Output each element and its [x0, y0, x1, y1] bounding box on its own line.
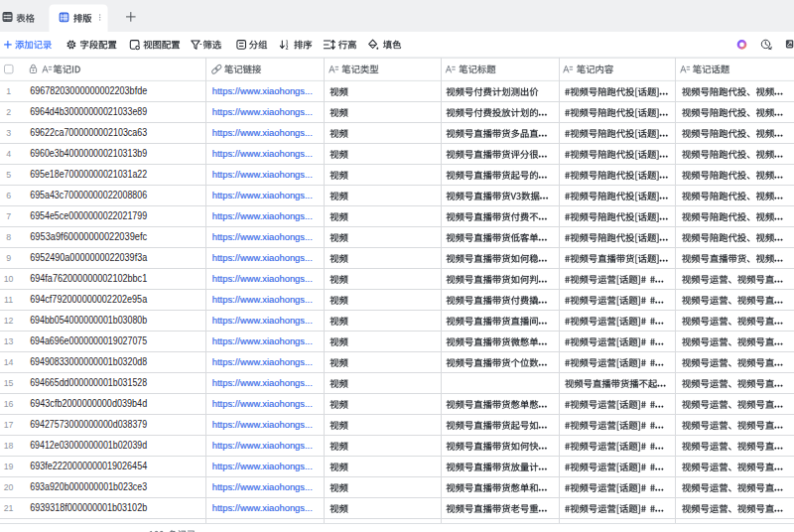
svg-text:695a43c70000000022008806: 695a43c70000000022008806 [30, 190, 147, 200]
svg-text:18: 18 [4, 441, 14, 451]
svg-text:https://www.xiaohongs...: https://www.xiaohongs... [212, 211, 313, 221]
svg-text:10: 10 [4, 274, 14, 284]
svg-text:https://www.xiaohongs...: https://www.xiaohongs... [212, 86, 313, 96]
svg-text:12: 12 [4, 316, 14, 326]
svg-text:8: 8 [6, 232, 11, 242]
svg-text:6964d4b30000000021033e89: 6964d4b30000000021033e89 [30, 106, 147, 117]
svg-text:6960e3b400000000210313b9: 6960e3b400000000210313b9 [30, 148, 147, 159]
svg-text:https://www.xiaohongs...: https://www.xiaohongs... [212, 420, 313, 430]
svg-text:11: 11 [4, 295, 13, 305]
svg-text:1: 1 [6, 86, 11, 96]
svg-text:15: 15 [4, 378, 14, 388]
svg-text:4: 4 [6, 149, 11, 159]
svg-text:19: 19 [4, 462, 14, 471]
svg-text:694bb054000000001b03080b: 694bb054000000001b03080b [30, 315, 147, 326]
svg-text:694665dd000000001b031528: 694665dd000000001b031528 [30, 377, 147, 388]
svg-text:https://www.xiaohongs...: https://www.xiaohongs... [212, 232, 313, 242]
svg-text:13: 13 [4, 336, 14, 346]
svg-text:https://www.xiaohongs...: https://www.xiaohongs... [212, 357, 313, 367]
svg-text:https://www.xiaohongs...: https://www.xiaohongs... [212, 191, 313, 200]
svg-text:https://www.xiaohongs...: https://www.xiaohongs... [212, 399, 313, 409]
svg-text:6939318f000000001b03102b: 6939318f000000001b03102b [30, 502, 147, 513]
svg-text:69427573000000000d038379: 69427573000000000d038379 [30, 419, 147, 430]
svg-text:6: 6 [6, 191, 11, 200]
svg-text:694a696e0000000019027075: 694a696e0000000019027075 [30, 335, 147, 346]
svg-text:https://www.xiaohongs...: https://www.xiaohongs... [212, 316, 313, 326]
svg-text:5: 5 [6, 170, 11, 180]
svg-text:https://www.xiaohongs...: https://www.xiaohongs... [212, 274, 313, 284]
svg-text:693fe2220000000019026454: 693fe2220000000019026454 [30, 461, 147, 471]
svg-text:https://www.xiaohongs...: https://www.xiaohongs... [212, 295, 313, 305]
svg-text:693a920b000000001b023ce3: 693a920b000000001b023ce3 [30, 481, 147, 492]
svg-text:6953a9f60000000022039efc: 6953a9f60000000022039efc [30, 231, 147, 242]
svg-text:14: 14 [4, 357, 14, 367]
svg-text:https://www.xiaohongs...: https://www.xiaohongs... [212, 462, 313, 471]
svg-text:https://www.xiaohongs...: https://www.xiaohongs... [212, 170, 313, 180]
svg-text:2: 2 [6, 107, 11, 117]
svg-text:69678203000000002203bfde: 69678203000000002203bfde [30, 85, 147, 96]
svg-text:https://www.xiaohongs...: https://www.xiaohongs... [212, 253, 313, 263]
svg-text:6954e5ce0000000022021799: 6954e5ce0000000022021799 [30, 210, 147, 221]
svg-text:20: 20 [4, 482, 14, 492]
svg-text:694fa762000000002102bbc1: 694fa762000000002102bbc1 [30, 273, 147, 284]
svg-text:https://www.xiaohongs...: https://www.xiaohongs... [212, 107, 313, 117]
svg-text:https://www.xiaohongs...: https://www.xiaohongs... [212, 482, 313, 492]
svg-text:3: 3 [6, 128, 11, 138]
svg-text:21: 21 [4, 503, 14, 513]
svg-text:69490833000000001b0320d8: 69490833000000001b0320d8 [30, 356, 147, 367]
svg-text:9: 9 [6, 253, 11, 263]
svg-text:https://www.xiaohongs...: https://www.xiaohongs... [212, 336, 313, 346]
svg-text:https://www.xiaohongs...: https://www.xiaohongs... [212, 503, 313, 513]
svg-text:6952490a0000000022039f3a: 6952490a0000000022039f3a [30, 252, 147, 263]
svg-text:694cf792000000002202e95a: 694cf792000000002202e95a [30, 294, 147, 305]
svg-text:https://www.xiaohongs...: https://www.xiaohongs... [212, 128, 313, 138]
svg-text:6943cfb2000000000d039b4d: 6943cfb2000000000d039b4d [30, 398, 147, 409]
svg-text:7: 7 [6, 211, 11, 221]
svg-text:https://www.xiaohongs...: https://www.xiaohongs... [212, 441, 313, 451]
svg-text:16: 16 [4, 399, 14, 409]
svg-text:69412e03000000001b02039d: 69412e03000000001b02039d [30, 440, 147, 451]
svg-text:695e18e70000000021031a22: 695e18e70000000021031a22 [30, 169, 147, 180]
svg-text:69622ca7000000002103ca63: 69622ca7000000002103ca63 [30, 127, 147, 138]
svg-text:https://www.xiaohongs...: https://www.xiaohongs... [212, 149, 313, 159]
svg-text:https://www.xiaohongs...: https://www.xiaohongs... [212, 378, 313, 388]
svg-text:17: 17 [4, 420, 14, 430]
